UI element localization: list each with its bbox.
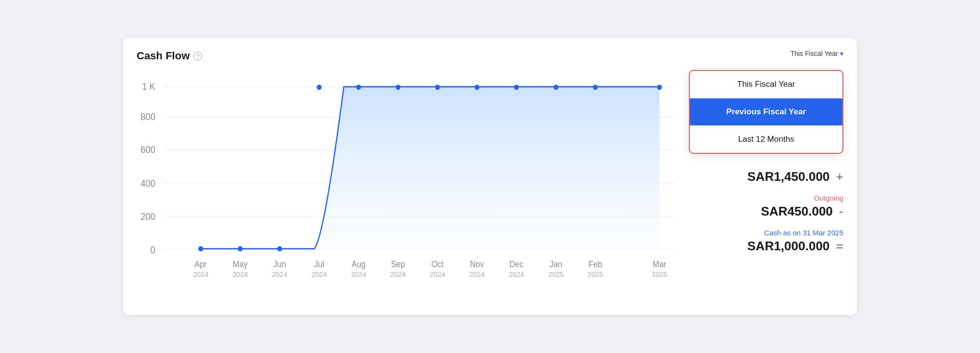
outgoing-label: Outgoing	[814, 194, 843, 202]
outgoing-stat-row: Outgoing SAR450.000 -	[693, 194, 843, 219]
svg-text:2024: 2024	[391, 270, 406, 278]
svg-text:2025: 2025	[588, 270, 603, 278]
svg-text:2024: 2024	[509, 270, 524, 278]
y-label-200: 200	[140, 211, 155, 222]
svg-text:2024: 2024	[272, 270, 287, 278]
y-label-800: 800	[140, 111, 155, 122]
y-label-0: 0	[151, 244, 155, 255]
x-label-jun: Jun	[273, 260, 286, 270]
data-point-nov	[475, 85, 479, 90]
svg-text:2024: 2024	[351, 270, 366, 278]
x-label-mar: Mar	[653, 260, 667, 270]
x-label-nov: Nov	[470, 260, 485, 270]
svg-text:2025: 2025	[652, 270, 667, 278]
dropdown-item-last-12-months[interactable]: Last 12 Months	[690, 126, 842, 153]
selected-period-label: This Fiscal Year	[790, 50, 838, 57]
x-label-jul: Jul	[314, 260, 324, 270]
period-dropdown-menu: This Fiscal Year Previous Fiscal Year La…	[689, 70, 843, 154]
incoming-value: SAR1,450.000 +	[747, 169, 843, 184]
data-point-jul	[317, 85, 322, 90]
card-title: Cash Flow	[137, 50, 190, 62]
y-label-1k: 1 K	[142, 81, 155, 92]
help-icon[interactable]: ?	[194, 52, 202, 60]
svg-text:2024: 2024	[469, 270, 485, 278]
chart-area-fill	[201, 87, 659, 249]
svg-text:2024: 2024	[193, 270, 209, 278]
stats-section: SAR1,450.000 + Outgoing SAR450.000 -	[689, 169, 843, 263]
svg-text:2024: 2024	[430, 270, 445, 278]
svg-text:2024: 2024	[233, 270, 248, 278]
cash-stat-row: Cash as on 31 Mar 2025 SAR1,000.000 =	[693, 229, 843, 254]
y-label-600: 600	[140, 145, 155, 155]
main-content: 1 K 800 600 400 200 0	[137, 70, 843, 301]
data-point-aug	[356, 85, 361, 90]
cash-date-label: Cash as on 31 Mar 2025	[764, 229, 843, 237]
dropdown-item-previous-fiscal-year[interactable]: Previous Fiscal Year	[690, 98, 842, 125]
x-label-oct: Oct	[432, 260, 444, 270]
chevron-down-icon: ▾	[840, 50, 843, 57]
cash-flow-card: Cash Flow ? This Fiscal Year ▾ 1 K 800 6…	[123, 38, 857, 315]
x-label-may: May	[233, 260, 248, 270]
data-point-jan	[553, 85, 558, 90]
incoming-stat-row: SAR1,450.000 +	[693, 169, 843, 184]
data-point-feb	[593, 85, 598, 90]
right-panel: This Fiscal Year Previous Fiscal Year La…	[679, 70, 843, 301]
y-label-400: 400	[140, 178, 155, 189]
dropdown-item-this-fiscal-year[interactable]: This Fiscal Year	[690, 71, 842, 98]
x-label-sep: Sep	[391, 260, 405, 270]
cash-flow-chart: 1 K 800 600 400 200 0	[137, 70, 679, 301]
x-label-jan: Jan	[549, 260, 562, 270]
data-point-apr	[198, 246, 203, 251]
svg-text:2025: 2025	[548, 270, 564, 278]
x-label-apr: Apr	[195, 260, 207, 270]
period-dropdown-trigger[interactable]: This Fiscal Year ▾	[790, 50, 843, 57]
x-label-feb: Feb	[588, 260, 602, 270]
card-header: Cash Flow ? This Fiscal Year ▾	[137, 50, 843, 62]
cash-value: SAR1,000.000 =	[747, 239, 843, 254]
data-point-may	[238, 246, 242, 251]
data-point-dec	[514, 85, 519, 90]
data-point-sep	[395, 85, 400, 90]
x-label-aug: Aug	[351, 260, 365, 270]
svg-text:2024: 2024	[311, 270, 327, 278]
x-label-dec: Dec	[509, 260, 523, 270]
title-area: Cash Flow ?	[137, 50, 202, 62]
data-point-mar	[657, 85, 662, 90]
data-point-oct	[435, 85, 440, 90]
data-point-jun	[277, 246, 282, 251]
chart-area: 1 K 800 600 400 200 0	[137, 70, 679, 301]
outgoing-value: SAR450.000 -	[761, 204, 843, 219]
